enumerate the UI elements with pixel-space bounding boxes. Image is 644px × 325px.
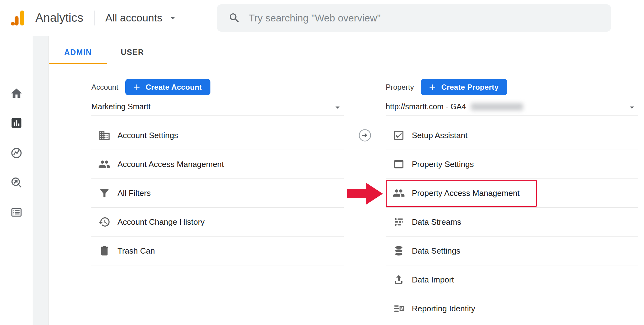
global-search[interactable]: [217, 4, 611, 32]
filter-icon: [98, 187, 111, 199]
menu-item-setup-assistant[interactable]: Setup Assistant: [386, 121, 638, 150]
redacted-property-id: [471, 103, 523, 111]
create-property-button[interactable]: Create Property: [421, 79, 508, 95]
window-icon: [393, 158, 405, 170]
menu-item-trash-can[interactable]: Trash Can: [91, 237, 344, 265]
tab-admin[interactable]: ADMIN: [49, 45, 107, 59]
ga-admin-screen: Analytics All accounts: [0, 0, 644, 325]
menu-item-data-import[interactable]: Data Import: [386, 265, 638, 294]
menu-item-account-change-history[interactable]: Account Change History: [91, 208, 344, 237]
people-icon: [98, 158, 111, 170]
explore-icon[interactable]: [9, 146, 24, 160]
nav-rail: [0, 36, 33, 325]
menu-item-data-settings[interactable]: Data Settings: [386, 237, 638, 265]
trash-icon: [98, 245, 111, 257]
advertising-icon[interactable]: [9, 175, 24, 190]
chevron-down-icon: [333, 102, 343, 112]
annotation-arrow-icon: [347, 183, 383, 205]
reporting-identity-icon: [393, 302, 405, 315]
property-menu-list: Setup Assistant Property Settings Proper…: [386, 121, 638, 323]
menu-item-property-settings[interactable]: Property Settings: [386, 150, 638, 179]
account-selector-value: Marketing Smartt: [91, 102, 150, 111]
menu-item-account-access-management[interactable]: Account Access Management: [91, 150, 344, 179]
checkbox-check-icon: [393, 129, 405, 142]
reports-icon[interactable]: [9, 115, 24, 130]
property-selector[interactable]: http://smartt.com - GA4: [386, 98, 638, 115]
people-icon: [393, 187, 405, 199]
chevron-down-icon: [168, 13, 178, 23]
app-title: Analytics: [35, 11, 83, 25]
database-icon: [393, 245, 405, 257]
account-switcher[interactable]: All accounts: [105, 12, 178, 24]
admin-card: ADMIN USER Account Create Account Market…: [48, 36, 644, 325]
property-column-header: Property Create Property: [386, 79, 507, 95]
admin-icon[interactable]: [9, 205, 24, 220]
home-icon[interactable]: [9, 86, 24, 101]
search-icon: [228, 12, 241, 24]
tab-user[interactable]: USER: [114, 45, 151, 59]
create-account-button[interactable]: Create Account: [125, 79, 211, 95]
chevron-down-icon: [627, 102, 637, 112]
menu-item-reporting-identity[interactable]: Reporting Identity: [386, 294, 638, 323]
menu-item-data-streams[interactable]: Data Streams: [386, 208, 638, 237]
search-input[interactable]: [249, 12, 600, 24]
history-icon: [98, 216, 111, 228]
active-tab-indicator: [49, 63, 107, 64]
account-menu-list: Account Settings Account Access Manageme…: [91, 121, 344, 265]
google-analytics-logo-icon: [9, 9, 27, 27]
account-label: Account: [91, 83, 118, 92]
property-label: Property: [386, 83, 414, 92]
account-switcher-label: All accounts: [105, 12, 162, 24]
plus-icon: [132, 83, 141, 92]
account-column-header: Account Create Account: [91, 79, 210, 95]
menu-item-all-filters[interactable]: All Filters: [91, 179, 344, 208]
upload-icon: [393, 273, 405, 286]
header-divider: [94, 11, 95, 25]
plus-icon: [428, 83, 437, 92]
building-icon: [98, 129, 111, 142]
account-selector[interactable]: Marketing Smartt: [91, 98, 344, 115]
column-divider: [366, 121, 366, 325]
menu-item-account-settings[interactable]: Account Settings: [91, 121, 344, 150]
menu-item-property-access-management[interactable]: Property Access Management: [386, 179, 638, 208]
data-streams-icon: [393, 216, 405, 228]
property-selector-value: http://smartt.com - GA4: [386, 102, 466, 111]
move-arrow-bubble-icon: [358, 129, 371, 142]
app-header: Analytics All accounts: [0, 0, 644, 36]
